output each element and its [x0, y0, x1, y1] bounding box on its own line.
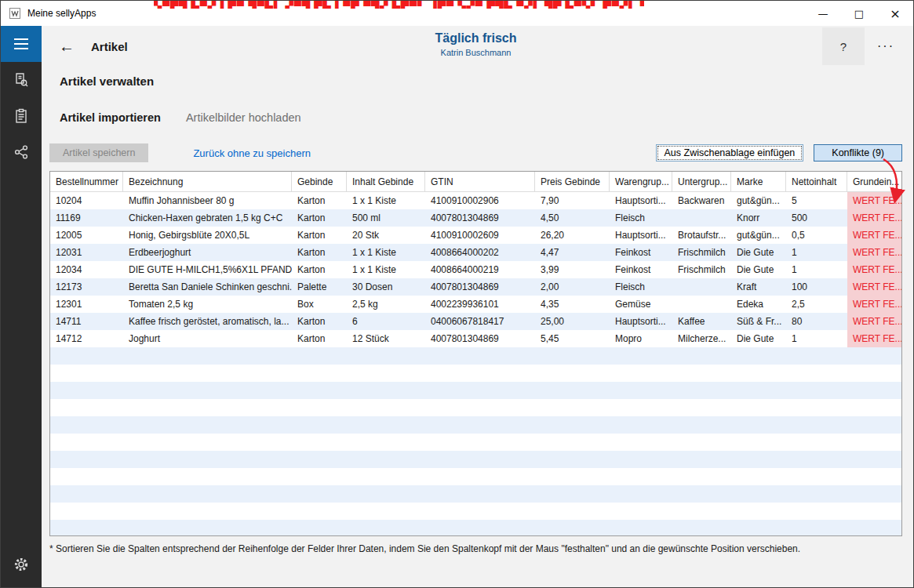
table-cell: Backwaren	[672, 192, 731, 209]
table-cell	[672, 296, 731, 313]
column-header[interactable]: GTIN	[425, 172, 535, 192]
table-cell: 4,35	[535, 296, 610, 313]
table-cell: 4100910002609	[425, 227, 535, 244]
table-cell: 14712	[50, 330, 123, 347]
table-row[interactable]: 11169Chicken-Haxen gebraten 1,5 kg C+CKa…	[50, 209, 901, 227]
table-cell	[672, 209, 731, 227]
toolbar: Artikel speichern Zurück ohne zu speiche…	[49, 143, 902, 163]
table-cell: Gemüse	[610, 296, 672, 313]
table-cell: 12034	[50, 261, 123, 278]
titlebar-left: Meine sellyApps	[1, 7, 96, 20]
sidebar-item-articles[interactable]	[1, 98, 42, 134]
sidebar-item-share[interactable]	[1, 134, 42, 170]
table-cell: Box	[292, 296, 347, 313]
table-cell: Erdbeerjoghurt	[123, 244, 292, 261]
tab-artikel-importieren[interactable]: Artikel importieren	[60, 111, 161, 124]
table-cell: 10204	[50, 192, 123, 209]
table-cell: Karton	[292, 209, 347, 227]
settings-button[interactable]	[1, 546, 42, 583]
table-cell: 1 x 1 Kiste	[347, 244, 425, 261]
shop-name: Täglich frisch	[435, 31, 516, 45]
table-cell: 500 ml	[347, 209, 425, 227]
app-icon	[9, 7, 21, 20]
column-header[interactable]: Preis Gebinde	[535, 172, 610, 192]
table-cell: 4,47	[535, 244, 610, 261]
table-cell: Kaffee frisch geröstet, aromatisch, la..…	[123, 313, 292, 330]
table-row[interactable]: 14712JoghurtKarton12 Stück40078013048695…	[50, 330, 901, 347]
table-cell: Milcherze...	[672, 330, 731, 347]
header-actions: ? ···	[822, 27, 902, 65]
sidebar-item-catalog[interactable]	[1, 62, 42, 98]
table-cell: Tomaten 2,5 kg	[123, 296, 292, 313]
table-cell: Hauptsorti...	[610, 227, 672, 244]
column-header[interactable]: Bezeichnung	[123, 172, 292, 192]
table-cell: DIE GUTE H-MILCH1,5%6X1L PFAND	[123, 261, 292, 278]
column-header[interactable]: Gebinde	[292, 172, 347, 192]
table-cell: Süß & Fr...	[731, 313, 786, 330]
column-header[interactable]: Grundein...	[847, 172, 902, 192]
more-button[interactable]: ···	[877, 39, 894, 53]
tab-artikelbilder-hochladen[interactable]: Artikelbilder hochladen	[186, 111, 301, 124]
table-cell: 26,20	[535, 227, 610, 244]
table-cell: 2,00	[535, 278, 610, 296]
minimize-button[interactable]: —	[805, 1, 841, 26]
table-cell: 4007801304869	[425, 209, 535, 227]
table-row[interactable]: 12005Honig, Gebirgsblüte 20X0,5LKarton20…	[50, 227, 901, 244]
table-cell: Chicken-Haxen gebraten 1,5 kg C+C	[123, 209, 292, 227]
column-header[interactable]: Bestellnummer	[50, 172, 123, 192]
table-cell: 12005	[50, 227, 123, 244]
title-bar: Meine sellyApps ▚▀▛▜ ▙▀▞ ▌▛▀ ▜▀▙▌ ▞▀▜ ▛▙…	[1, 1, 913, 26]
back-without-saving-link[interactable]: Zurück ohne zu speichern	[193, 147, 311, 159]
table-row[interactable]: 12173Beretta San Daniele Schinken geschn…	[50, 278, 901, 296]
table-cell: Karton	[292, 244, 347, 261]
table-cell: 4007801304869	[425, 330, 535, 347]
table-cell: 5	[786, 192, 847, 209]
menu-button[interactable]	[1, 26, 42, 62]
column-header[interactable]: Marke	[731, 172, 786, 192]
table-cell: 11169	[50, 209, 123, 227]
column-header[interactable]: Inhalt Gebinde	[347, 172, 425, 192]
help-button[interactable]: ?	[822, 27, 865, 65]
window-title: Meine sellyApps	[27, 8, 96, 19]
conflict-cell: WERT FE...	[847, 296, 902, 313]
column-header[interactable]: Warengrup...	[610, 172, 672, 192]
table-cell: Fleisch	[610, 209, 672, 227]
empty-row	[50, 520, 901, 536]
save-button[interactable]: Artikel speichern	[49, 143, 148, 162]
table-cell: 0,5	[786, 227, 847, 244]
table-cell: 6	[347, 313, 425, 330]
table-row[interactable]: 14711Kaffee frisch geröstet, aromatisch,…	[50, 313, 901, 330]
table-row[interactable]: 12034DIE GUTE H-MILCH1,5%6X1L PFANDKarto…	[50, 261, 901, 278]
tab-bar: Artikel importieren Artikelbilder hochla…	[60, 111, 902, 124]
table-cell: 14711	[50, 313, 123, 330]
table-cell: 3,99	[535, 261, 610, 278]
empty-row	[50, 503, 901, 520]
close-button[interactable]: ×	[877, 1, 913, 26]
column-header[interactable]: Untergrup...	[672, 172, 731, 192]
table-row[interactable]: 12031ErdbeerjoghurtKarton1 x 1 Kiste4008…	[50, 244, 901, 261]
table-row[interactable]: 10204Muffin Johannisbeer 80 gKarton1 x 1…	[50, 192, 901, 209]
table-cell: gut&gün...	[731, 227, 786, 244]
conflicts-button[interactable]: Konflikte (9)	[814, 144, 902, 162]
window-controls: — □ ×	[805, 1, 913, 26]
table-cell: Kaffee	[672, 313, 731, 330]
maximize-button[interactable]: □	[841, 1, 877, 26]
table-cell: 1	[786, 261, 847, 278]
table-cell: Edeka	[731, 296, 786, 313]
table-cell: 4008664000202	[425, 244, 535, 261]
sidebar	[1, 26, 42, 587]
paste-from-clipboard-button[interactable]: Aus Zwischenablage einfügen	[656, 144, 804, 162]
empty-row	[50, 347, 901, 365]
table-cell: Die Gute	[731, 244, 786, 261]
app-window: Meine sellyApps ▚▀▛▜ ▙▀▞ ▌▛▀ ▜▀▙▌ ▞▀▜ ▛▙…	[0, 0, 914, 588]
conflict-cell: WERT FE...	[847, 227, 902, 244]
table-row[interactable]: 12301Tomaten 2,5 kgBox2,5 kg400223993610…	[50, 296, 901, 313]
column-header[interactable]: Nettoinhalt	[786, 172, 847, 192]
table-cell: Palette	[292, 278, 347, 296]
conflict-cell: WERT FE...	[847, 330, 902, 347]
table-cell: 7,90	[535, 192, 610, 209]
table-cell: 20 Stk	[347, 227, 425, 244]
toolbar-right: Aus Zwischenablage einfügen Konflikte (9…	[656, 144, 902, 162]
empty-row	[50, 399, 901, 416]
back-button[interactable]: ←	[59, 38, 75, 54]
